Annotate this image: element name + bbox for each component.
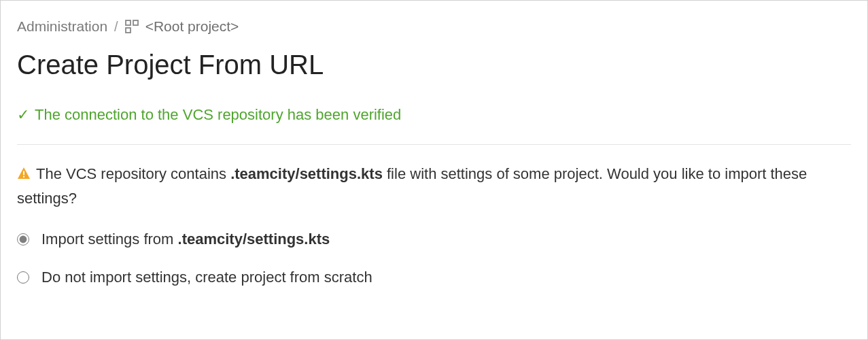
create-project-panel: Administration / <Root project> Create P… <box>0 0 868 340</box>
breadcrumb-separator: / <box>114 19 118 35</box>
radio-create-from-scratch[interactable] <box>17 271 29 284</box>
radio-import-settings[interactable] <box>17 233 29 245</box>
import-option-file-path: .teamcity/settings.kts <box>178 231 330 248</box>
option-import-settings[interactable]: Import settings from .teamcity/settings.… <box>17 231 851 248</box>
warning-icon <box>17 164 31 187</box>
svg-rect-1 <box>133 20 138 25</box>
breadcrumb-admin-link[interactable]: Administration <box>17 18 107 35</box>
page-title: Create Project From URL <box>17 50 851 80</box>
project-icon <box>125 20 139 33</box>
label-import-settings[interactable]: Import settings from .teamcity/settings.… <box>41 231 330 248</box>
option-create-from-scratch[interactable]: Do not import settings, create project f… <box>17 269 851 286</box>
svg-rect-0 <box>126 20 131 25</box>
breadcrumb-root-project-link[interactable]: <Root project> <box>145 18 239 35</box>
import-option-prefix: Import settings from <box>41 231 178 248</box>
breadcrumb: Administration / <Root project> <box>17 18 851 35</box>
info-file-path: .teamcity/settings.kts <box>230 165 383 182</box>
success-text: The connection to the VCS repository has… <box>35 106 401 124</box>
check-icon: ✓ <box>17 107 29 122</box>
label-create-from-scratch[interactable]: Do not import settings, create project f… <box>41 269 372 286</box>
svg-rect-3 <box>23 171 24 175</box>
settings-detected-message: The VCS repository contains .teamcity/se… <box>17 163 851 210</box>
svg-rect-2 <box>126 28 131 33</box>
info-prefix: The VCS repository contains <box>36 165 230 182</box>
vcs-connection-success-message: ✓ The connection to the VCS repository h… <box>17 106 851 145</box>
svg-rect-4 <box>23 176 24 177</box>
